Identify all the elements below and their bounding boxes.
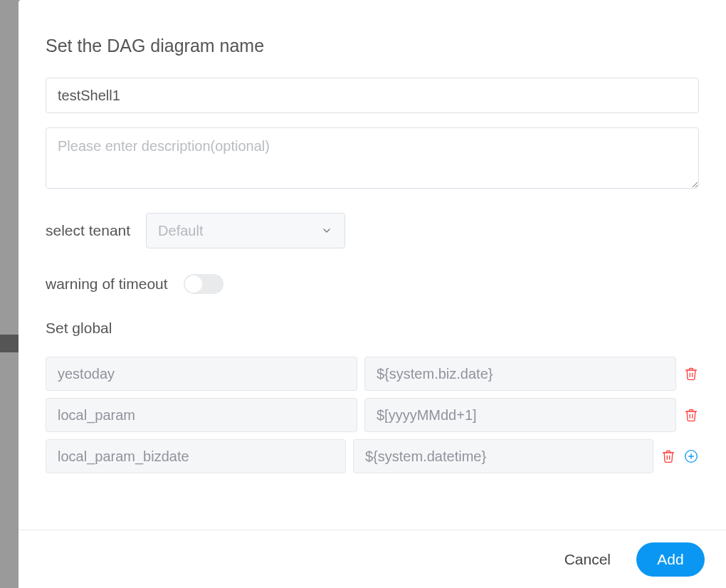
global-param-row: [46, 398, 699, 432]
tenant-label: select tenant: [46, 222, 130, 239]
global-param-row: [46, 439, 699, 473]
timeout-label: warning of timeout: [46, 275, 168, 293]
add-button[interactable]: Add: [636, 542, 705, 577]
global-section-title: Set global: [46, 320, 699, 337]
add-icon[interactable]: [683, 448, 699, 464]
cancel-button[interactable]: Cancel: [560, 550, 615, 569]
param-key-input[interactable]: [46, 357, 357, 391]
dag-name-input[interactable]: [46, 78, 699, 113]
dag-name-modal: Set the DAG diagram name select tenant D…: [19, 0, 726, 588]
trash-icon[interactable]: [661, 448, 676, 464]
timeout-toggle[interactable]: [184, 274, 223, 294]
toggle-knob: [185, 275, 202, 293]
tenant-row: select tenant Default: [46, 213, 699, 248]
chevron-down-icon: [320, 224, 333, 237]
background-canvas-hint: [0, 335, 19, 352]
param-value-input[interactable]: [364, 398, 676, 432]
trash-icon[interactable]: [683, 407, 699, 423]
timeout-row: warning of timeout: [46, 274, 699, 294]
global-params-list: [46, 357, 699, 481]
param-key-input[interactable]: [46, 439, 346, 473]
modal-title: Set the DAG diagram name: [46, 36, 699, 56]
param-value-input[interactable]: [353, 439, 653, 473]
modal-footer: Cancel Add: [19, 530, 726, 588]
tenant-selected-value: Default: [158, 223, 320, 239]
global-param-row: [46, 357, 699, 391]
trash-icon[interactable]: [683, 366, 699, 382]
tenant-select[interactable]: Default: [146, 213, 345, 248]
dag-description-textarea[interactable]: [46, 127, 699, 189]
param-value-input[interactable]: [364, 357, 676, 391]
param-key-input[interactable]: [46, 398, 357, 432]
